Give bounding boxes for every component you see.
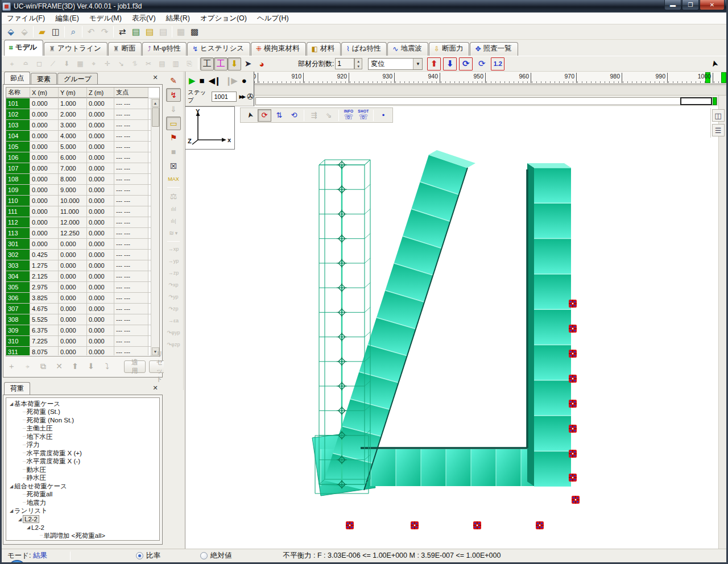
new-model-icon[interactable]: ⬙ (4, 26, 18, 39)
info-button[interactable]: INFO☏ (342, 109, 355, 122)
comp-zp-icon[interactable]: →zp (166, 267, 181, 279)
record-button[interactable]: ● (242, 76, 246, 85)
tree-expander-icon[interactable]: ◢ (17, 517, 23, 522)
table-row[interactable]: 3031.2750.0000.000--- --- (6, 260, 159, 271)
table-row[interactable]: 3042.1250.0000.000--- --- (6, 271, 159, 282)
node-color-icon[interactable]: ◕ (255, 57, 268, 70)
col-header[interactable]: 支点 (114, 88, 148, 98)
report-print-icon[interactable]: ▤ (156, 26, 170, 39)
tree-expander-icon[interactable]: ◢ (9, 401, 14, 407)
tab-model[interactable]: ⌗モデル (4, 40, 43, 56)
model-edit-icon-7[interactable]: ✛ (101, 57, 114, 70)
pointer-mode-icon[interactable]: ➤ (709, 59, 721, 69)
tree-item[interactable]: ┄死荷重 (Non St.) (6, 416, 159, 425)
tree-item[interactable]: ◢L2-2 (6, 515, 159, 524)
section-stress-icon[interactable]: 工 (214, 57, 228, 70)
model-edit-icon-10[interactable]: ✂ (142, 57, 155, 70)
view-area[interactable]: 9009109209309409509609709809901000 ▶■◀❙❙… (185, 72, 726, 549)
table-body[interactable]: 1010.0001.0000.000--- ---1020.0002.0000.… (6, 98, 159, 355)
step-forward-button[interactable]: ❙▶ (225, 76, 237, 85)
table-row[interactable]: 1110.00011.0000.000--- --- (6, 206, 159, 217)
menu-option[interactable]: オプション(O) (195, 13, 252, 24)
progress-window-box[interactable] (680, 97, 712, 105)
tab-check-list[interactable]: ✥照査一覧 (470, 42, 518, 56)
table-row[interactable]: 1100.00010.0000.000--- --- (6, 196, 159, 206)
append-model-icon[interactable]: ⬙ (18, 26, 31, 39)
col-header[interactable]: Y (m) (59, 88, 87, 98)
report-input-icon[interactable]: ▤ (129, 26, 143, 39)
summary-icon[interactable]: ▩ (188, 26, 201, 39)
tree-expander-icon[interactable]: ◢ (26, 525, 31, 530)
model-edit-icon-11[interactable]: ▤ (155, 57, 169, 70)
tree-item[interactable]: ┄静水圧 (6, 474, 159, 483)
comp-phizp-icon[interactable]: ↷φzp (166, 339, 181, 350)
tab-節点[interactable]: 節点 (4, 72, 30, 84)
zoom-rotate-icon[interactable]: ⟲ (287, 109, 301, 122)
timeline-progress-bar[interactable] (255, 97, 717, 105)
skip-end-button[interactable]: ▶▶ (239, 94, 245, 99)
model-3d-canvas[interactable] (185, 106, 719, 549)
display-mode-select[interactable]: 変位 ▼ (368, 58, 423, 70)
absolute-radio[interactable] (200, 552, 208, 559)
tab-グループ[interactable]: グループ (57, 73, 98, 84)
comp-phiyp-icon[interactable]: ↷φyp (166, 327, 181, 338)
flip-refresh-icon[interactable]: ⟳ (459, 57, 473, 70)
table-scrollbar[interactable]: ▲ ▼ (151, 98, 159, 356)
menu-edit[interactable]: 編集(E) (50, 13, 84, 24)
stop-button[interactable]: ■ (200, 76, 204, 85)
tab-load[interactable]: 荷重 (4, 382, 30, 395)
minimize-button[interactable]: ▬ (664, 0, 681, 10)
move-down-icon[interactable]: ⬇ (85, 362, 97, 372)
bar-chart2-icon[interactable]: ılı| (166, 215, 181, 227)
rotate-icon[interactable]: ⟳ (258, 109, 271, 122)
comp-ryp-icon[interactable]: ↷yp (166, 291, 181, 302)
display-settings-icon[interactable]: ✎ (166, 74, 181, 88)
deformation-mode-icon[interactable]: ↯ (166, 88, 181, 102)
table-row[interactable]: 3118.0750.0000.000--- --- (6, 347, 159, 355)
tab-section[interactable]: ♜断面 (108, 42, 142, 56)
report-result-icon[interactable]: ▤ (143, 26, 156, 39)
restore-button[interactable]: ❐ (682, 0, 699, 10)
scroll-thumb[interactable] (152, 107, 159, 127)
tree-item[interactable]: ┄死荷重all (6, 491, 159, 499)
model-edit-icon-3[interactable]: ⟋ (46, 57, 60, 70)
menu-result[interactable]: 結果(R) (161, 13, 195, 24)
table-row[interactable]: 1120.00012.0000.000--- --- (6, 217, 159, 228)
io-settings-icon[interactable]: ⇄ (115, 26, 129, 39)
table-row[interactable]: 3020.4250.0000.000--- --- (6, 250, 159, 260)
save-icon[interactable]: ◫ (49, 26, 63, 39)
col-header[interactable]: Z (m) (87, 88, 114, 98)
table-row[interactable]: 3063.8250.0000.000--- --- (6, 293, 159, 304)
model-edit-icon-8[interactable]: ↘ (114, 57, 128, 70)
table-row[interactable]: 1130.00012.2500.000--- --- (6, 228, 159, 239)
timeline-slider-track[interactable] (254, 84, 726, 96)
tree-item[interactable]: ┄単調増加 <地震力> (6, 540, 159, 541)
tab-hysteresis[interactable]: ↯ヒステリシス (187, 42, 250, 56)
model-edit-icon-0[interactable]: ＋ (5, 57, 19, 70)
undo-icon[interactable]: ↶ (84, 26, 98, 39)
table-row[interactable]: 1010.0001.0000.000--- --- (6, 98, 159, 109)
tab-seismic-wave[interactable]: ∿地震波 (387, 42, 428, 56)
menu-view[interactable]: 表示(V) (127, 13, 161, 24)
table-row[interactable]: 1030.0003.0000.000--- --- (6, 120, 159, 131)
delete-row-icon[interactable]: ✕ (53, 362, 65, 372)
refresh-icon[interactable]: ⟳ (475, 57, 489, 70)
load-up-icon[interactable]: ⬆ (427, 57, 441, 70)
tree-item[interactable]: ┄水平震度荷重 X (-) (6, 458, 159, 466)
step-input[interactable] (212, 92, 237, 102)
tab-m-phi[interactable]: ⤴M-φ特性 (142, 42, 187, 56)
export-down-icon[interactable]: ⇓ (166, 102, 181, 116)
bar-chart-icon[interactable]: ılıl (166, 204, 181, 215)
insert-row-icon[interactable]: ⍆ (22, 362, 33, 372)
tab-outline[interactable]: ♜アウトライン (44, 42, 107, 56)
play-button[interactable]: ▶ (189, 76, 195, 85)
col-header[interactable]: X (m) (30, 88, 59, 98)
tree-item[interactable]: ◢L2-2 (6, 524, 159, 532)
renumber-icon[interactable]: ⤵ (101, 362, 113, 372)
result-export-icon[interactable]: ⬇ (228, 57, 241, 70)
tree-expander-icon[interactable]: ◢ (9, 484, 14, 489)
mesh-menu-icon[interactable]: ₪ ▾ (166, 227, 181, 239)
tree-item[interactable]: ┄単調増加 <死荷重all> (6, 532, 159, 540)
tree-item[interactable]: ┄死荷重 (St.) (6, 408, 159, 417)
table-row[interactable]: 3085.5250.0000.000--- --- (6, 314, 159, 325)
